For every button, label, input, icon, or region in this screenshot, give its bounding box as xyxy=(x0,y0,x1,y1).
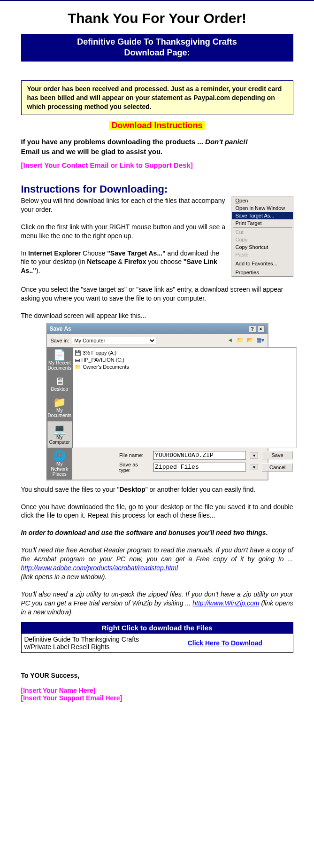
documents-icon: 📁 xyxy=(48,397,72,408)
banner-line-2: Download Page: xyxy=(124,48,190,57)
winzip-link[interactable]: http://www.WinZip.com xyxy=(192,599,259,607)
download-link[interactable]: Click Here To Download xyxy=(188,639,262,647)
place-computer[interactable]: 💻My Computer xyxy=(47,421,73,448)
new-folder-icon[interactable]: 📂 xyxy=(246,337,253,344)
list-item[interactable]: 💾 3½ Floppy (A:) xyxy=(75,349,294,356)
save-type-label: Save as type: xyxy=(119,462,149,473)
menu-separator xyxy=(233,227,292,228)
list-item[interactable]: 🖴 HP_PAVILION (C:) xyxy=(75,356,294,364)
menu-open-new-window[interactable]: Open in New Window xyxy=(232,204,293,212)
download-instructions-text: Download Instructions xyxy=(109,121,204,130)
instruction-para-5: The download screen will appear like thi… xyxy=(21,311,293,320)
problems-line-1a: If you have any problems downloading the… xyxy=(21,138,206,146)
signoff-name: [Insert Your Name Here] xyxy=(21,687,293,694)
product-name-cell: Definitive Guide To Thanksgiving Crafts … xyxy=(21,634,157,653)
place-documents[interactable]: 📁My Documents xyxy=(47,395,73,421)
close-icon[interactable]: × xyxy=(257,326,265,333)
recent-icon: 📄 xyxy=(48,350,72,360)
page-title: Thank You For Your Order! xyxy=(21,10,293,26)
menu-copy: Copy xyxy=(232,236,293,243)
problems-line-2: Email us and we will be glad to assist y… xyxy=(21,147,163,155)
menu-cut: Cut xyxy=(232,228,293,236)
download-table: Right Click to download the Files Defini… xyxy=(21,622,293,653)
places-bar: 📄My Recent Documents 🖥Desktop 📁My Docume… xyxy=(47,347,73,480)
instruction-para-9: You'll need the free Acrobat Reader prog… xyxy=(21,546,293,581)
place-network[interactable]: 🌐My Network Places xyxy=(47,448,73,480)
adobe-link[interactable]: http://www.adobe.com/products/acrobat/re… xyxy=(21,564,178,572)
help-icon[interactable]: ? xyxy=(249,326,256,333)
instruction-para-8: In order to download and use the softwar… xyxy=(21,528,293,537)
instructions-header: Instructions for Downloading: xyxy=(21,183,293,195)
network-icon: 🌐 xyxy=(48,451,72,461)
menu-copy-shortcut[interactable]: Copy Shortcut xyxy=(232,243,293,251)
signoff-block: To YOUR Success, [Insert Your Name Here]… xyxy=(21,672,293,702)
place-recent[interactable]: 📄My Recent Documents xyxy=(47,347,73,373)
order-confirmation-box: Your order has been received and process… xyxy=(21,80,293,116)
cancel-button[interactable]: Cancel xyxy=(262,463,293,472)
menu-separator xyxy=(233,268,292,268)
menu-separator xyxy=(233,259,292,259)
views-icon[interactable]: ▦▾ xyxy=(256,337,264,344)
banner-line-1: Definitive Guide To Thanksgiving Crafts xyxy=(77,37,237,46)
problems-panic: Don't panic!! xyxy=(205,138,248,146)
computer-icon: 💻 xyxy=(48,424,71,434)
savetype-dropdown-icon[interactable]: ▾ xyxy=(250,464,258,470)
save-in-label: Save in: xyxy=(51,338,69,343)
menu-save-target-as[interactable]: Save Target As... xyxy=(232,212,293,219)
save-type-input[interactable] xyxy=(153,463,246,472)
save-in-dropdown[interactable]: My Computer xyxy=(72,337,156,344)
dialog-titlebar: Save As ?× xyxy=(47,324,268,334)
table-header: Right Click to download the Files xyxy=(21,622,293,634)
save-button[interactable]: Save xyxy=(262,451,293,459)
download-link-cell: Click Here To Download xyxy=(157,634,293,653)
instruction-para-6: You should save the files to your "Deskt… xyxy=(21,485,293,494)
menu-properties[interactable]: Properties xyxy=(232,269,293,276)
instruction-para-7: Once you have downloaded the file, go to… xyxy=(21,503,293,520)
signoff-email: [Insert Your Support Email Here] xyxy=(21,694,293,702)
instruction-para-10: You'll also need a zip utility to un-pac… xyxy=(21,590,293,617)
contact-placeholder: [Insert Your Contact Email or Link to Su… xyxy=(21,161,293,169)
menu-print-target[interactable]: Print Target xyxy=(232,219,293,227)
product-banner: Definitive Guide To Thanksgiving Crafts … xyxy=(21,34,293,62)
up-icon[interactable]: 📁 xyxy=(236,337,244,344)
filename-dropdown-icon[interactable]: ▾ xyxy=(250,452,258,458)
desktop-icon: 🖥 xyxy=(48,376,72,387)
menu-add-favorites[interactable]: Add to Favorites... xyxy=(232,260,293,267)
place-desktop[interactable]: 🖥Desktop xyxy=(47,373,73,395)
signoff-success: To YOUR Success, xyxy=(21,672,293,679)
save-as-dialog: Save As ?× Save in: My Computer ◄ 📁 📂 ▦▾… xyxy=(46,323,268,480)
context-menu: Open Open in New Window Save Target As..… xyxy=(231,196,293,277)
file-listing[interactable]: 💾 3½ Floppy (A:) 🖴 HP_PAVILION (C:) 📁 Ow… xyxy=(72,347,297,448)
menu-open[interactable]: Open xyxy=(232,197,293,204)
dialog-title: Save As xyxy=(50,326,71,333)
instruction-para-4: Once you select the "save target as" or … xyxy=(21,285,293,303)
menu-paste: Paste xyxy=(232,251,293,258)
download-instructions-label: Download Instructions xyxy=(21,121,293,131)
file-name-input[interactable] xyxy=(153,451,246,460)
file-name-label: File name: xyxy=(119,452,149,458)
list-item[interactable]: 📁 Owner's Documents xyxy=(75,364,294,371)
back-icon[interactable]: ◄ xyxy=(226,337,234,344)
problems-text: If you have any problems downloading the… xyxy=(21,137,293,156)
